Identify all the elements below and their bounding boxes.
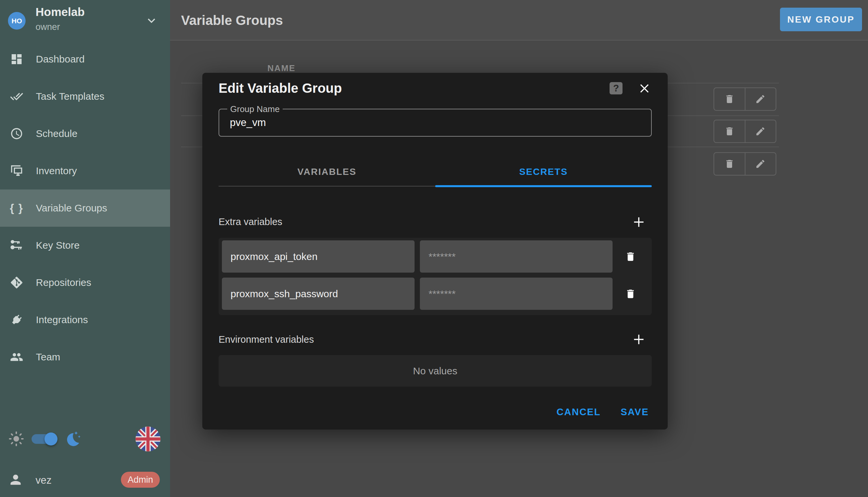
- braces-icon: { }: [9, 201, 24, 215]
- sidebar-item-label: Repositories: [36, 277, 91, 288]
- sidebar-item-label: Key Store: [36, 240, 80, 251]
- trash-icon: [724, 159, 735, 169]
- sidebar-item-repositories[interactable]: Repositories: [0, 264, 170, 301]
- project-avatar: HO: [8, 12, 26, 30]
- sidebar-menu: Dashboard Task Templates Schedule Invent…: [0, 41, 170, 376]
- tab-variables[interactable]: VARIABLES: [219, 159, 435, 185]
- trash-icon: [724, 126, 735, 137]
- dashboard-icon: [9, 52, 24, 67]
- trash-icon: [724, 94, 735, 104]
- sidebar-item-dashboard[interactable]: Dashboard: [0, 41, 170, 78]
- secret-value-input[interactable]: [420, 278, 613, 310]
- tab-track: [219, 186, 435, 186]
- project-role: owner: [35, 22, 60, 32]
- sidebar-item-schedule[interactable]: Schedule: [0, 115, 170, 152]
- environment-variables-empty: No values: [219, 355, 652, 387]
- delete-group-button[interactable]: [714, 88, 745, 110]
- extra-variables-title: Extra variables: [219, 216, 282, 227]
- chevron-down-icon: [144, 13, 159, 28]
- cancel-button[interactable]: CANCEL: [554, 403, 603, 421]
- dialog-title: Edit Variable Group: [219, 81, 342, 96]
- secret-row: [222, 240, 648, 273]
- secret-value-input[interactable]: [420, 240, 613, 273]
- done-all-icon: [9, 89, 24, 104]
- edit-group-button[interactable]: [745, 153, 776, 175]
- sidebar-item-inventory[interactable]: Inventory: [0, 152, 170, 189]
- group-name-field: Group Name: [219, 109, 652, 137]
- edit-variable-group-dialog: Edit Variable Group ? Group Name VARIABL…: [202, 73, 668, 429]
- dialog-actions: CANCEL SAVE: [554, 402, 651, 422]
- delete-secret-button[interactable]: [613, 251, 648, 262]
- language-flag-uk[interactable]: [135, 427, 160, 452]
- sidebar-item-team[interactable]: Team: [0, 338, 170, 376]
- person-icon: [8, 472, 23, 487]
- tab-secrets[interactable]: SECRETS: [435, 159, 652, 185]
- group-name-input[interactable]: [219, 109, 651, 136]
- table-header-name: NAME: [267, 63, 296, 73]
- table-row-actions: [713, 87, 776, 111]
- theme-toggle-knob[interactable]: [45, 432, 57, 445]
- edit-icon: [755, 159, 766, 169]
- sidebar-item-label: Variable Groups: [36, 202, 107, 214]
- sidebar-item-key-store[interactable]: Key Store: [0, 227, 170, 264]
- topbar: Variable Groups NEW GROUP: [170, 0, 868, 41]
- clock-icon: [9, 126, 24, 141]
- secret-row: [222, 278, 648, 310]
- table-row-actions: [713, 120, 776, 143]
- people-icon: [9, 350, 24, 364]
- help-button[interactable]: ?: [609, 82, 622, 95]
- git-icon: [9, 275, 24, 290]
- plus-icon: [632, 333, 645, 346]
- add-extra-variable-button[interactable]: [631, 214, 647, 230]
- close-button[interactable]: [637, 81, 652, 96]
- sidebar-item-task-templates[interactable]: Task Templates: [0, 78, 170, 115]
- secret-name-field: [222, 240, 415, 273]
- user-name: vez: [35, 474, 52, 486]
- sidebar-item-label: Integrations: [36, 314, 88, 325]
- trash-icon: [625, 251, 636, 262]
- sidebar-item-label: Inventory: [36, 165, 77, 176]
- keys-icon: [9, 238, 24, 253]
- app-root: HO Homelab owner Dashboard Task Template…: [0, 0, 868, 497]
- secret-name-field: [222, 278, 415, 310]
- user-row[interactable]: vez Admin: [0, 468, 170, 491]
- edit-group-button[interactable]: [745, 88, 776, 110]
- sidebar-item-label: Task Templates: [36, 91, 104, 102]
- add-environment-variable-button[interactable]: [631, 331, 647, 347]
- table-row-actions: [713, 152, 776, 175]
- edit-icon: [755, 126, 766, 137]
- secret-value-field: [420, 240, 613, 273]
- environment-variables-title: Environment variables: [219, 334, 314, 345]
- dark-mode-icon: [64, 430, 82, 448]
- secret-name-input[interactable]: [222, 240, 415, 273]
- project-selector[interactable]: HO Homelab owner: [0, 0, 170, 41]
- sidebar-item-label: Dashboard: [36, 54, 85, 65]
- close-icon: [639, 83, 650, 94]
- plus-icon: [632, 216, 645, 228]
- sidebar-item-integrations[interactable]: Integrations: [0, 301, 170, 338]
- dialog-tabs: VARIABLES SECRETS: [219, 159, 652, 185]
- sidebar-item-variable-groups[interactable]: { } Variable Groups: [0, 189, 170, 227]
- sidebar-item-label: Team: [36, 351, 60, 363]
- edit-icon: [755, 94, 766, 104]
- monitor-icon: [9, 164, 24, 178]
- sidebar: HO Homelab owner Dashboard Task Template…: [0, 0, 170, 497]
- delete-secret-button[interactable]: [613, 288, 648, 299]
- trash-icon: [625, 288, 636, 299]
- sidebar-item-label: Schedule: [36, 128, 77, 139]
- theme-toggle[interactable]: [32, 434, 57, 444]
- edit-group-button[interactable]: [745, 120, 776, 142]
- admin-badge: Admin: [121, 472, 160, 488]
- active-tab-indicator: [435, 185, 652, 187]
- new-group-button[interactable]: NEW GROUP: [780, 8, 862, 31]
- extra-variables-list: [219, 238, 652, 315]
- page-title: Variable Groups: [181, 13, 283, 28]
- delete-group-button[interactable]: [714, 153, 745, 175]
- secret-value-field: [420, 278, 613, 310]
- save-button[interactable]: SAVE: [618, 403, 651, 421]
- light-mode-icon: [9, 431, 24, 446]
- delete-group-button[interactable]: [714, 120, 745, 142]
- secret-name-input[interactable]: [222, 278, 415, 310]
- plug-icon: [9, 312, 24, 327]
- project-name: Homelab: [35, 5, 85, 19]
